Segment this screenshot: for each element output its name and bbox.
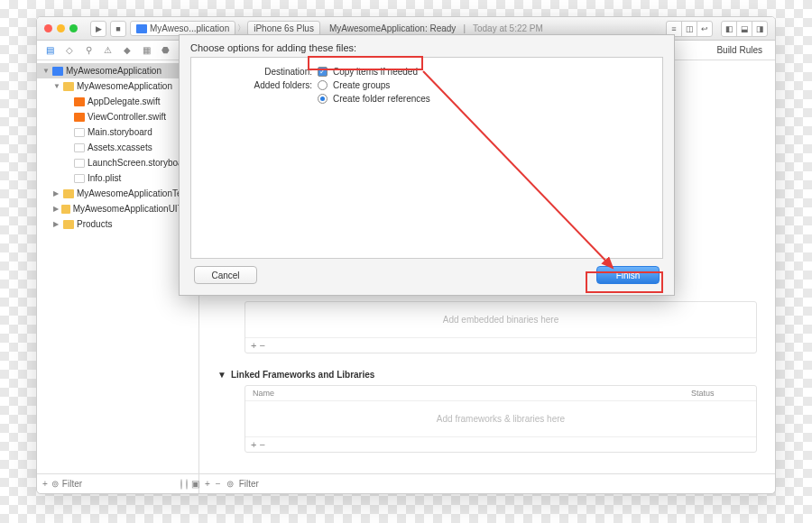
tab-build-rules[interactable]: Build Rules	[716, 45, 762, 55]
zoom-icon[interactable]	[69, 24, 78, 32]
folder-icon	[63, 189, 74, 198]
folder-icon	[61, 205, 69, 214]
tree-item-label: AppDelegate.swift	[88, 96, 161, 106]
col-status: Status	[684, 386, 756, 400]
copy-items-label: Copy items if needed	[333, 67, 418, 77]
device-name: iPhone 6s Plus	[254, 23, 314, 33]
proj-icon	[52, 67, 63, 76]
chevron-right-icon: 〉	[237, 23, 245, 34]
tree-item[interactable]: ▶Products	[37, 216, 198, 232]
destination-label: Destination:	[204, 67, 312, 77]
test-nav-icon[interactable]: ◆	[121, 44, 134, 57]
add-files-dialog: Choose options for adding these files: D…	[179, 34, 675, 296]
disclosure-icon[interactable]: ▼	[53, 82, 60, 90]
scm-filter-icon[interactable]	[186, 479, 188, 490]
folder-icon	[63, 82, 74, 91]
breakpoint-nav-icon[interactable]: ⬣	[160, 44, 172, 57]
left-panel-icon[interactable]: ◧	[721, 21, 737, 37]
recent-filter-icon[interactable]	[180, 479, 182, 490]
version-editor-icon[interactable]: ↩	[697, 21, 713, 37]
empty-placeholder: Add frameworks & libraries here	[245, 401, 756, 436]
folder-icon	[63, 220, 74, 229]
minimize-icon[interactable]	[57, 24, 65, 32]
navigator-tabs[interactable]: ▤ ◇ ⚲ ⚠ ◆ ▦ ⬣ ☰	[37, 41, 198, 60]
run-button[interactable]: ▶	[90, 21, 106, 37]
traffic-lights	[44, 24, 78, 32]
tree-item-label: MyAwesomeApplicationTests	[77, 188, 193, 198]
editor-filter-input[interactable]	[239, 479, 293, 489]
plist-icon	[74, 174, 85, 183]
project-tree[interactable]: ▼MyAwesomeApplication▼MyAwesomeApplicati…	[37, 60, 198, 473]
disclosure-icon[interactable]: ▶	[53, 205, 59, 213]
sb-icon	[74, 128, 85, 137]
add-icon[interactable]: +	[205, 479, 210, 489]
finish-button[interactable]: Finish	[596, 266, 660, 284]
activity-time: Today at 5:22 PM	[473, 23, 543, 33]
create-refs-radio[interactable]	[318, 94, 328, 104]
added-folders-label: Added folders:	[204, 80, 312, 90]
debug-nav-icon[interactable]: ▦	[141, 44, 153, 57]
xc-icon	[74, 143, 85, 152]
add-button[interactable]: +	[251, 439, 256, 450]
tree-item[interactable]: LaunchScreen.storyboard	[37, 155, 198, 170]
scheme-name: MyAweso...plication	[150, 23, 229, 33]
navigator-footer: + ⊚ ▣	[37, 473, 198, 493]
linked-frameworks-section: ▼Linked Frameworks and Libraries NameSta…	[217, 370, 757, 453]
dialog-body: Destination: ✓ Copy items if needed Adde…	[190, 57, 663, 259]
editor-footer: + − ⊚	[199, 473, 775, 493]
disclosure-icon[interactable]: ▶	[53, 189, 60, 197]
collapse-icon[interactable]: ▣	[191, 479, 199, 489]
tree-item[interactable]: ▼MyAwesomeApplication	[37, 63, 198, 78]
tree-item[interactable]: Assets.xcassets	[37, 140, 198, 155]
disclosure-icon[interactable]: ▼	[217, 370, 226, 380]
tree-item-label: Main.storyboard	[88, 127, 152, 137]
swift-icon	[74, 97, 85, 106]
find-nav-icon[interactable]: ⚲	[82, 44, 95, 57]
navigator-filter-input[interactable]	[62, 479, 177, 489]
create-groups-label: Create groups	[333, 80, 390, 90]
stop-button[interactable]: ■	[110, 21, 126, 37]
tree-item-label: MyAwesomeApplication	[66, 66, 161, 76]
issue-nav-icon[interactable]: ⚠	[102, 44, 115, 57]
tree-item-label: Info.plist	[88, 173, 121, 183]
right-panel-icon[interactable]: ◨	[752, 21, 768, 37]
remove-button[interactable]: −	[260, 439, 265, 450]
filter-icon: ⊚	[51, 479, 59, 489]
embedded-binaries-section: ▼Embedded Binaries Add embedded binaries…	[217, 286, 757, 353]
tree-item[interactable]: ▶MyAwesomeApplicationTests	[37, 186, 198, 201]
project-nav-icon[interactable]: ▤	[44, 44, 57, 57]
symbol-nav-icon[interactable]: ◇	[63, 44, 76, 57]
dialog-title: Choose options for adding these files:	[180, 35, 674, 57]
swift-icon	[74, 113, 85, 122]
remove-button[interactable]: −	[260, 340, 265, 351]
create-refs-label: Create folder references	[333, 94, 430, 104]
cancel-button[interactable]: Cancel	[194, 266, 257, 284]
panel-toggle-group[interactable]: ◧ ⬓ ◨	[722, 21, 768, 37]
close-icon[interactable]	[44, 24, 52, 32]
col-name: Name	[245, 386, 684, 400]
tree-item[interactable]: Info.plist	[37, 170, 198, 186]
tree-item[interactable]: ▶MyAwesomeApplicationUITests	[37, 201, 198, 216]
create-groups-radio[interactable]	[318, 80, 328, 90]
filter-icon: ⊚	[226, 479, 234, 489]
assistant-editor-icon[interactable]: ◫	[681, 21, 697, 37]
copy-items-checkbox[interactable]: ✓	[318, 67, 328, 77]
bottom-panel-icon[interactable]: ⬓	[736, 21, 752, 37]
tree-item-label: Assets.xcassets	[88, 142, 152, 152]
tree-item-label: ViewController.swift	[88, 112, 166, 122]
disclosure-icon[interactable]: ▼	[42, 67, 50, 75]
remove-icon[interactable]: −	[216, 479, 221, 489]
disclosure-icon[interactable]: ▶	[53, 220, 60, 228]
section-title: Linked Frameworks and Libraries	[231, 370, 375, 380]
add-button[interactable]: +	[251, 340, 256, 351]
add-icon[interactable]: +	[42, 479, 48, 489]
tree-item[interactable]: AppDelegate.swift	[37, 94, 198, 109]
tree-item[interactable]: ▼MyAwesomeApplication	[37, 78, 198, 94]
tree-item-label: MyAwesomeApplication	[77, 81, 172, 91]
sb-icon	[74, 159, 85, 168]
tree-item-label: Products	[77, 219, 112, 229]
tree-item[interactable]: Main.storyboard	[37, 124, 198, 140]
project-icon	[136, 24, 147, 33]
tree-item[interactable]: ViewController.swift	[37, 109, 198, 124]
tree-item-label: LaunchScreen.storyboard	[88, 158, 191, 168]
